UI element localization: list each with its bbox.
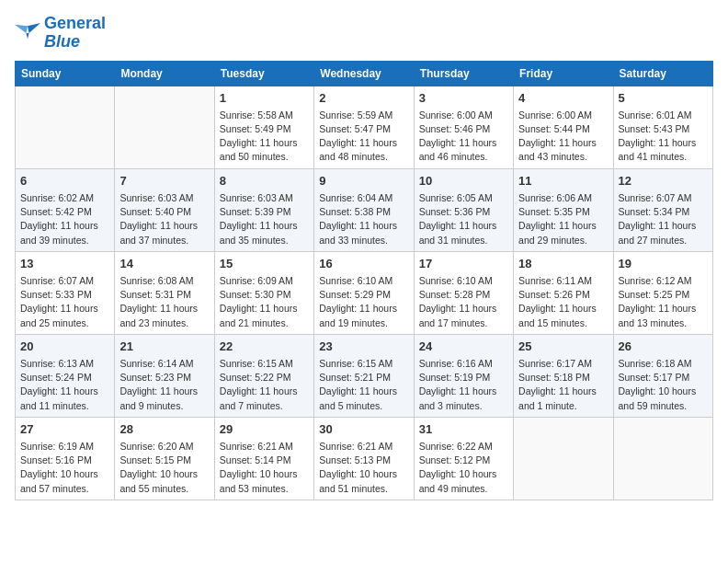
day-info: Sunrise: 6:08 AMSunset: 5:31 PMDaylight:… (119, 274, 209, 330)
day-info: Sunrise: 6:11 AMSunset: 5:26 PMDaylight:… (518, 274, 608, 330)
day-info: Sunrise: 6:21 AMSunset: 5:13 PMDaylight:… (319, 440, 408, 496)
weekday-header-row: SundayMondayTuesdayWednesdayThursdayFrid… (16, 61, 713, 86)
day-info: Sunrise: 6:07 AMSunset: 5:34 PMDaylight:… (619, 191, 708, 247)
weekday-header-sunday: Sunday (16, 61, 115, 86)
calendar-cell: 28Sunrise: 6:20 AMSunset: 5:15 PMDayligh… (115, 417, 214, 500)
calendar-cell: 1Sunrise: 5:58 AMSunset: 5:49 PMDaylight… (214, 86, 313, 168)
day-number: 18 (518, 256, 608, 272)
calendar-cell: 20Sunrise: 6:13 AMSunset: 5:24 PMDayligh… (16, 334, 115, 417)
day-number: 13 (20, 256, 109, 272)
calendar-cell: 31Sunrise: 6:22 AMSunset: 5:12 PMDayligh… (414, 417, 513, 500)
day-number: 2 (319, 90, 408, 107)
day-number: 24 (419, 339, 508, 355)
day-number: 27 (20, 421, 109, 438)
day-number: 15 (220, 256, 309, 272)
week-row-1: 1Sunrise: 5:58 AMSunset: 5:49 PMDaylight… (16, 86, 713, 168)
page-container: General Blue SundayMondayTuesdayWednesda… (0, 0, 728, 510)
calendar-cell: 9Sunrise: 6:04 AMSunset: 5:38 PMDaylight… (314, 168, 414, 251)
calendar-cell: 21Sunrise: 6:14 AMSunset: 5:23 PMDayligh… (115, 334, 214, 417)
calendar-cell (16, 86, 115, 168)
day-info: Sunrise: 6:16 AMSunset: 5:19 PMDaylight:… (419, 357, 508, 413)
calendar-cell: 12Sunrise: 6:07 AMSunset: 5:34 PMDayligh… (613, 168, 712, 251)
day-number: 7 (119, 173, 209, 190)
day-number: 16 (319, 256, 408, 272)
day-info: Sunrise: 6:20 AMSunset: 5:15 PMDaylight:… (119, 440, 209, 496)
day-info: Sunrise: 6:19 AMSunset: 5:16 PMDaylight:… (20, 440, 109, 496)
logo-general: General (44, 15, 106, 33)
day-info: Sunrise: 6:13 AMSunset: 5:24 PMDaylight:… (20, 357, 109, 413)
calendar-cell: 14Sunrise: 6:08 AMSunset: 5:31 PMDayligh… (115, 251, 214, 334)
calendar-cell: 27Sunrise: 6:19 AMSunset: 5:16 PMDayligh… (16, 417, 115, 500)
day-info: Sunrise: 6:04 AMSunset: 5:38 PMDaylight:… (319, 191, 408, 247)
day-info: Sunrise: 6:03 AMSunset: 5:39 PMDaylight:… (220, 191, 309, 247)
day-number: 6 (20, 173, 109, 190)
calendar-cell: 8Sunrise: 6:03 AMSunset: 5:39 PMDaylight… (214, 168, 313, 251)
calendar-cell: 30Sunrise: 6:21 AMSunset: 5:13 PMDayligh… (314, 417, 414, 500)
day-number: 31 (419, 421, 508, 438)
day-info: Sunrise: 6:01 AMSunset: 5:43 PMDaylight:… (619, 109, 708, 165)
calendar-cell: 26Sunrise: 6:18 AMSunset: 5:17 PMDayligh… (613, 334, 712, 417)
weekday-header-thursday: Thursday (414, 61, 513, 86)
calendar-cell: 18Sunrise: 6:11 AMSunset: 5:26 PMDayligh… (514, 251, 613, 334)
day-number: 20 (20, 339, 109, 355)
calendar-cell: 13Sunrise: 6:07 AMSunset: 5:33 PMDayligh… (16, 251, 115, 334)
calendar-cell: 19Sunrise: 6:12 AMSunset: 5:25 PMDayligh… (613, 251, 712, 334)
logo: General Blue (15, 15, 106, 52)
week-row-3: 13Sunrise: 6:07 AMSunset: 5:33 PMDayligh… (16, 251, 713, 334)
day-info: Sunrise: 6:22 AMSunset: 5:12 PMDaylight:… (419, 440, 508, 496)
weekday-header-wednesday: Wednesday (314, 61, 414, 86)
day-info: Sunrise: 6:00 AMSunset: 5:44 PMDaylight:… (518, 109, 608, 165)
day-number: 26 (619, 339, 708, 355)
day-info: Sunrise: 5:59 AMSunset: 5:47 PMDaylight:… (319, 109, 408, 165)
day-number: 3 (419, 90, 508, 107)
calendar-cell (115, 86, 214, 168)
logo-icon (15, 23, 40, 43)
calendar-cell: 15Sunrise: 6:09 AMSunset: 5:30 PMDayligh… (214, 251, 313, 334)
calendar-cell: 29Sunrise: 6:21 AMSunset: 5:14 PMDayligh… (214, 417, 313, 500)
svg-marker-1 (15, 24, 28, 32)
day-number: 21 (119, 339, 209, 355)
day-info: Sunrise: 6:05 AMSunset: 5:36 PMDaylight:… (419, 191, 508, 247)
calendar-cell: 23Sunrise: 6:15 AMSunset: 5:21 PMDayligh… (314, 334, 414, 417)
day-number: 23 (319, 339, 408, 355)
calendar-table: SundayMondayTuesdayWednesdayThursdayFrid… (15, 61, 713, 500)
calendar-cell: 5Sunrise: 6:01 AMSunset: 5:43 PMDaylight… (613, 86, 712, 168)
day-info: Sunrise: 6:03 AMSunset: 5:40 PMDaylight:… (119, 191, 209, 247)
day-number: 17 (419, 256, 508, 272)
calendar-cell: 16Sunrise: 6:10 AMSunset: 5:29 PMDayligh… (314, 251, 414, 334)
day-info: Sunrise: 6:21 AMSunset: 5:14 PMDaylight:… (220, 440, 309, 496)
svg-marker-2 (26, 33, 28, 39)
weekday-header-saturday: Saturday (613, 61, 712, 86)
day-number: 25 (518, 339, 608, 355)
weekday-header-tuesday: Tuesday (214, 61, 313, 86)
week-row-4: 20Sunrise: 6:13 AMSunset: 5:24 PMDayligh… (16, 334, 713, 417)
day-info: Sunrise: 6:10 AMSunset: 5:29 PMDaylight:… (319, 274, 408, 330)
calendar-cell: 6Sunrise: 6:02 AMSunset: 5:42 PMDaylight… (16, 168, 115, 251)
calendar-cell: 4Sunrise: 6:00 AMSunset: 5:44 PMDaylight… (514, 86, 613, 168)
calendar-cell: 3Sunrise: 6:00 AMSunset: 5:46 PMDaylight… (414, 86, 513, 168)
calendar-cell: 10Sunrise: 6:05 AMSunset: 5:36 PMDayligh… (414, 168, 513, 251)
day-number: 9 (319, 173, 408, 190)
week-row-2: 6Sunrise: 6:02 AMSunset: 5:42 PMDaylight… (16, 168, 713, 251)
day-number: 30 (319, 421, 408, 438)
day-info: Sunrise: 6:17 AMSunset: 5:18 PMDaylight:… (518, 357, 608, 413)
day-number: 22 (220, 339, 309, 355)
weekday-header-friday: Friday (514, 61, 613, 86)
day-info: Sunrise: 6:14 AMSunset: 5:23 PMDaylight:… (119, 357, 209, 413)
day-number: 4 (518, 90, 608, 107)
calendar-cell: 25Sunrise: 6:17 AMSunset: 5:18 PMDayligh… (514, 334, 613, 417)
day-info: Sunrise: 6:09 AMSunset: 5:30 PMDaylight:… (220, 274, 309, 330)
calendar-cell: 2Sunrise: 5:59 AMSunset: 5:47 PMDaylight… (314, 86, 414, 168)
day-number: 8 (220, 173, 309, 190)
day-info: Sunrise: 6:00 AMSunset: 5:46 PMDaylight:… (419, 109, 508, 165)
day-info: Sunrise: 6:18 AMSunset: 5:17 PMDaylight:… (619, 357, 708, 413)
day-info: Sunrise: 6:10 AMSunset: 5:28 PMDaylight:… (419, 274, 508, 330)
calendar-cell: 17Sunrise: 6:10 AMSunset: 5:28 PMDayligh… (414, 251, 513, 334)
day-info: Sunrise: 6:02 AMSunset: 5:42 PMDaylight:… (20, 191, 109, 247)
day-info: Sunrise: 6:12 AMSunset: 5:25 PMDaylight:… (619, 274, 708, 330)
header: General Blue (15, 15, 713, 52)
calendar-cell (514, 417, 613, 500)
day-number: 1 (220, 90, 309, 107)
calendar-cell: 24Sunrise: 6:16 AMSunset: 5:19 PMDayligh… (414, 334, 513, 417)
day-number: 12 (619, 173, 708, 190)
